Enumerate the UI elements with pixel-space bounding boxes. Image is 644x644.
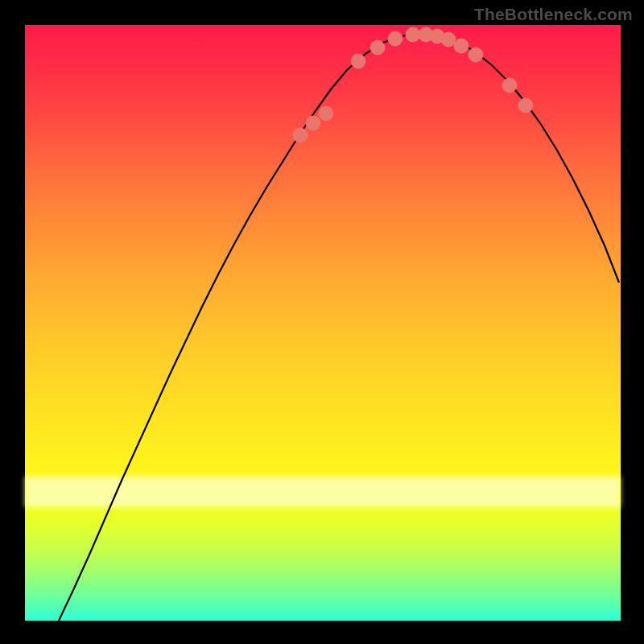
bottleneck-curve: [59, 33, 619, 621]
curve-svg: [25, 25, 621, 621]
highlight-dot: [293, 128, 308, 142]
highlight-dots-group: [293, 27, 533, 142]
highlight-dot: [370, 40, 385, 55]
watermark-text: TheBottleneck.com: [474, 5, 633, 24]
highlight-dot: [306, 116, 320, 130]
highlight-dot: [441, 32, 456, 47]
chart-frame: TheBottleneck.com: [0, 0, 644, 644]
highlight-dot: [518, 98, 533, 113]
highlight-dot: [454, 39, 469, 53]
highlight-dot: [319, 106, 333, 121]
highlight-dot: [469, 47, 483, 62]
highlight-dot: [388, 31, 402, 46]
highlight-dot: [406, 27, 420, 42]
highlight-dot: [351, 54, 365, 68]
highlight-dot: [502, 78, 517, 93]
